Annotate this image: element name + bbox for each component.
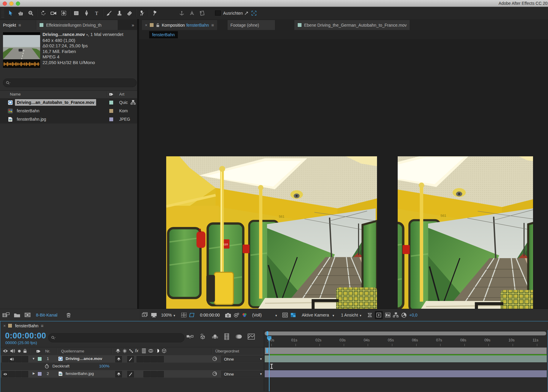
bit-depth-button[interactable]: 8-Bit-Kanal xyxy=(36,313,57,317)
audio-switch[interactable] xyxy=(9,356,15,362)
shy-icon[interactable] xyxy=(212,333,218,340)
project-item-name[interactable]: fensterBahn xyxy=(17,108,40,113)
view-layout-select[interactable]: 1 Ansicht▼ xyxy=(341,313,362,317)
close-tab-icon[interactable]: × xyxy=(145,23,147,28)
shy-toggle[interactable] xyxy=(115,356,122,362)
quality-toggle[interactable] xyxy=(127,356,134,362)
audio-switch[interactable] xyxy=(9,371,15,377)
local-axis-mode-button[interactable] xyxy=(177,8,187,18)
zoom-tool-button[interactable] xyxy=(26,8,36,18)
collapse-arrow-icon[interactable]: ▶ xyxy=(33,372,35,375)
solo-column-icon[interactable] xyxy=(18,349,21,353)
snapshot-camera-icon[interactable] xyxy=(225,313,231,318)
tab-composition[interactable]: × Komposition fensterBahn ≡ xyxy=(142,20,217,30)
clone-stamp-tool-button[interactable] xyxy=(114,8,125,18)
camera-tool-button[interactable] xyxy=(49,8,59,18)
playhead-line[interactable] xyxy=(269,336,270,391)
project-table-header[interactable]: Name Art xyxy=(0,90,137,99)
parent-pickwhip-icon[interactable] xyxy=(212,356,217,361)
viewer-menu-icon[interactable]: ≡ xyxy=(211,22,214,28)
composition-canvas[interactable] xyxy=(139,39,548,309)
3d-toggle[interactable] xyxy=(157,371,164,377)
pixel-aspect-icon[interactable] xyxy=(367,312,373,318)
solo-switch[interactable] xyxy=(15,356,22,362)
show-snapshot-icon[interactable] xyxy=(233,313,240,318)
column-nr-header[interactable]: Nr. xyxy=(45,349,50,353)
resolution-select[interactable]: (Voll)▼ xyxy=(252,313,278,317)
channel-rgb-icon[interactable] xyxy=(242,313,248,318)
label-column-icon[interactable] xyxy=(36,349,41,354)
interpret-footage-icon[interactable] xyxy=(2,312,10,318)
trash-icon[interactable] xyxy=(66,312,71,318)
snap-bounds-icon[interactable] xyxy=(250,8,258,18)
view-axis-mode-button[interactable] xyxy=(197,8,207,18)
lock-switch[interactable] xyxy=(22,356,28,362)
3d-toggle[interactable] xyxy=(157,356,164,362)
grid-guides-icon[interactable] xyxy=(181,312,187,318)
timeline-tab-label[interactable]: fensterBahn xyxy=(15,323,38,328)
audio-column-icon[interactable] xyxy=(10,349,15,353)
world-axis-mode-button[interactable] xyxy=(187,8,197,18)
new-folder-icon[interactable] xyxy=(14,313,20,318)
panel-menu-icon[interactable]: ≡ xyxy=(19,22,21,28)
footage-name[interactable]: Driving…rance.mov xyxy=(43,32,85,37)
tab-footage[interactable]: Footage (ohne) xyxy=(228,20,275,30)
lock-column-icon[interactable] xyxy=(23,349,27,353)
project-item-label-swatch[interactable] xyxy=(109,117,113,122)
project-search-input[interactable] xyxy=(3,78,137,87)
lock-switch[interactable] xyxy=(22,371,28,377)
close-window-button[interactable] xyxy=(3,1,7,6)
minimize-window-button[interactable] xyxy=(9,1,13,6)
layer-source-name[interactable]: fensterBahn.jpg xyxy=(66,371,94,376)
tab-overflow-chevron[interactable]: » xyxy=(132,22,137,30)
draft-3d-icon[interactable] xyxy=(199,333,206,340)
layer-row-2[interactable]: ▶ 2 fensterBahn.jpg Ohne ▼ xyxy=(0,370,264,378)
frameblend-toggle[interactable] xyxy=(143,356,150,362)
current-timecode[interactable]: 0:00:00:00 xyxy=(5,331,46,340)
layer-source-name[interactable]: Driving…ance.mov xyxy=(66,356,102,361)
property-name[interactable]: Deckkraft xyxy=(52,364,69,368)
motion-blur-icon[interactable] xyxy=(235,334,242,340)
flowchart-button[interactable] xyxy=(393,312,399,318)
timeline-button[interactable] xyxy=(385,312,391,318)
effects-toggle[interactable] xyxy=(137,356,143,362)
region-of-interest-icon[interactable] xyxy=(189,312,195,318)
snap-features-icon[interactable] xyxy=(243,8,250,18)
unlock-icon[interactable] xyxy=(156,23,160,27)
time-navigator-bar[interactable] xyxy=(265,332,546,335)
column-name-header[interactable]: Name xyxy=(10,92,21,96)
puppet-pin-tool-button[interactable] xyxy=(150,8,160,18)
breadcrumb[interactable]: fensterBahn xyxy=(149,31,178,38)
eraser-tool-button[interactable] xyxy=(125,8,135,18)
property-value[interactable]: 100% xyxy=(99,364,110,368)
transparency-grid-icon[interactable] xyxy=(290,312,296,318)
timeline-search-input[interactable] xyxy=(48,333,184,342)
project-item-label-swatch[interactable] xyxy=(109,109,113,113)
project-item-name[interactable]: fensterBahn.jpg xyxy=(17,117,46,122)
parent-pickwhip-icon[interactable] xyxy=(212,371,217,376)
layer-label-swatch[interactable] xyxy=(37,372,42,376)
new-composition-icon[interactable] xyxy=(25,312,32,318)
rotation-tool-button[interactable] xyxy=(38,8,49,18)
property-row-deckkraft[interactable]: Deckkraft 100% xyxy=(0,363,264,370)
frameblend-toggle[interactable] xyxy=(143,371,150,377)
time-ruler[interactable]: :00s01s02s03s04s05s06s07s08s09s10s11s xyxy=(264,336,547,347)
roto-brush-tool-button[interactable] xyxy=(137,8,147,18)
exposure-shutter-icon[interactable] xyxy=(401,312,407,318)
layer-label-swatch[interactable] xyxy=(37,357,42,361)
parent-dropdown[interactable]: Ohne ▼ xyxy=(221,356,265,362)
shape-tool-button[interactable] xyxy=(71,8,81,18)
exposure-value[interactable]: +0,0 xyxy=(409,313,417,317)
pan-behind-tool-button[interactable] xyxy=(59,8,69,18)
always-preview-icon[interactable] xyxy=(142,312,149,318)
snap-checkbox[interactable] xyxy=(215,10,221,16)
project-item-name[interactable]: Driving…an_Autobahn_to_France.mov xyxy=(15,99,96,106)
solo-switch[interactable] xyxy=(15,371,22,377)
graph-editor-icon[interactable] xyxy=(248,333,255,340)
property-track[interactable] xyxy=(265,363,547,370)
flowchart-badge-icon[interactable] xyxy=(131,100,136,105)
playhead-handle[interactable] xyxy=(267,336,272,341)
column-parent-header[interactable]: Übergeordnet xyxy=(215,349,239,353)
column-source-header[interactable]: Quellenname xyxy=(61,349,84,353)
navigator-start-handle[interactable] xyxy=(267,331,268,336)
